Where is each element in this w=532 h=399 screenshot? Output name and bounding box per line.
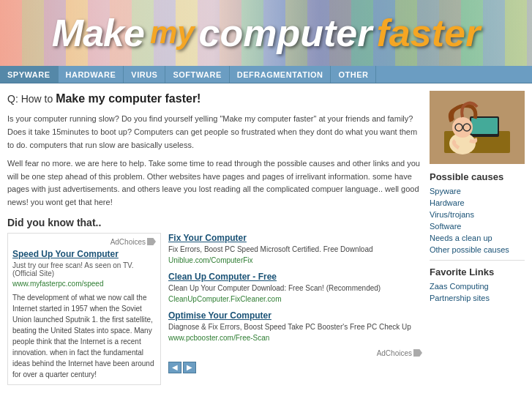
sidebar-link-partnership[interactable]: Partnership sites [430, 294, 525, 302]
ad-choices-label: AdChoices [110, 238, 146, 246]
sidebar-cause-other[interactable]: Other possible causes [430, 245, 525, 254]
ad-box: AdChoices Speed Up Your Computer Just tr… [7, 233, 161, 385]
possible-causes-title: Possible causes [430, 171, 525, 182]
ad-choices-bottom: AdChoices [168, 349, 422, 357]
q-heading: Q: How to Make my computer faster! [7, 91, 422, 107]
link-desc-3: Diagnose & Fix Errors, Boost Speed Take … [168, 322, 422, 332]
ad-subtitle: Just try our free scan! As seen on TV. (… [12, 261, 156, 277]
link-title-1[interactable]: Fix Your Computer [168, 233, 422, 243]
ad-choices-bottom-label: AdChoices [377, 349, 412, 357]
link-url-2[interactable]: CleanUpComputer.FixCleaner.com [168, 295, 422, 303]
link-item-2: Clean Up Computer - Free Clean Up Your C… [168, 272, 422, 303]
links-box: Fix Your Computer Fix Errors, Boost PC S… [168, 233, 422, 385]
nav-item-defragmentation[interactable]: DEFRAGMENTATION [230, 66, 331, 83]
title-computer: computer [199, 11, 372, 55]
prev-arrow[interactable]: ◀ [168, 362, 181, 373]
link-item-3: Optimise Your Computer Diagnose & Fix Er… [168, 310, 422, 342]
link-title-2[interactable]: Clean Up Computer - Free [168, 272, 422, 282]
nav-item-hardware[interactable]: HARDWARE [59, 66, 124, 83]
sidebar-cause-hardware[interactable]: Hardware [430, 198, 525, 207]
ad-choices-top: AdChoices [12, 238, 156, 246]
ad-title[interactable]: Speed Up Your Computer [12, 249, 156, 259]
ad-choices-icon [147, 238, 156, 245]
nav-arrows: ◀ ▶ [168, 362, 422, 373]
did-you-know-heading: Did you know that.. [7, 217, 422, 228]
link-desc-2: Clean Up Your Computer Download: Free Sc… [168, 283, 422, 294]
sidebar-cause-spyware[interactable]: Spyware [430, 187, 525, 195]
sidebar-divider [430, 260, 525, 261]
ad-body-text: The development of what we now call the … [12, 292, 156, 380]
sidebar-link-zaas[interactable]: Zaas Computing [430, 282, 525, 291]
sidebar-cause-virus[interactable]: Virus/trojans [430, 210, 525, 219]
intro-paragraph-2: Well fear no more. we are here to help. … [7, 157, 422, 209]
sidebar-cause-cleanup[interactable]: Needs a clean up [430, 234, 525, 242]
link-item-1: Fix Your Computer Fix Errors, Boost PC S… [168, 233, 422, 264]
link-desc-1: Fix Errors, Boost PC Speed Microsoft Cer… [168, 245, 422, 255]
next-arrow[interactable]: ▶ [183, 362, 196, 373]
q-strong: Make my computer faster! [56, 92, 201, 105]
favorite-links-title: Favorite Links [430, 266, 525, 277]
nav-item-virus[interactable]: VIRUS [124, 66, 165, 83]
link-url-1[interactable]: Uniblue.com/ComputerFix [168, 256, 422, 264]
content-left: Q: How to Make my computer faster! Is yo… [7, 91, 422, 385]
title-my: my [150, 15, 195, 51]
main-container: Q: How to Make my computer faster! Is yo… [0, 83, 532, 392]
sidebar: Possible causes Spyware Hardware Virus/t… [430, 91, 525, 385]
q-prefix: Q: How to [7, 93, 56, 105]
header-title: Make my computer faster [52, 11, 480, 55]
link-title-3[interactable]: Optimise Your Computer [168, 310, 422, 321]
sidebar-cause-software[interactable]: Software [430, 222, 525, 231]
link-url-3[interactable]: www.pcbooster.com/Free-Scan [168, 334, 422, 342]
svg-rect-3 [471, 118, 498, 134]
nav-item-spyware[interactable]: SPYWARE [0, 66, 59, 83]
middle-section: AdChoices Speed Up Your Computer Just tr… [7, 233, 422, 385]
title-faster: faster [377, 11, 481, 55]
nav-item-software[interactable]: softwarE [165, 66, 229, 83]
nav-item-other[interactable]: OTheR [331, 66, 376, 83]
ad-url[interactable]: www.myfasterpc.com/speed [12, 280, 156, 288]
ad-choices-bottom-icon [413, 349, 422, 357]
title-make: Make [52, 11, 144, 55]
sidebar-image [430, 91, 525, 164]
intro-paragraph-1: Is your computer running slow? Do you fi… [7, 113, 422, 152]
navigation: SPYWARE HARDWARE VIRUS softwarE DEFRAGME… [0, 66, 532, 83]
header-banner: Make my computer faster [0, 0, 532, 66]
